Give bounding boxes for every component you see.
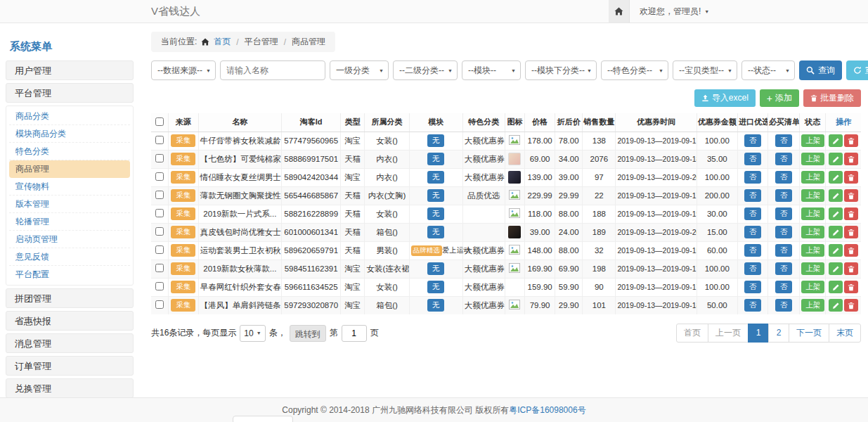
delete-button[interactable] xyxy=(844,207,858,220)
edit-button[interactable] xyxy=(829,281,843,293)
home-button[interactable] xyxy=(609,0,630,23)
delete-button[interactable] xyxy=(844,262,858,275)
filter-select[interactable]: --二级分类--▼ xyxy=(393,60,458,80)
row-checkbox[interactable] xyxy=(155,282,164,290)
status-badge[interactable]: 上架 xyxy=(801,226,824,238)
sidebar-section[interactable]: 用户管理 xyxy=(6,60,134,80)
import-select-flag[interactable]: 否 xyxy=(744,299,762,312)
row-checkbox[interactable] xyxy=(155,136,164,144)
status-badge[interactable]: 上架 xyxy=(801,207,824,220)
module-none-badge[interactable]: 无 xyxy=(427,207,445,220)
import-select-flag[interactable]: 否 xyxy=(744,244,762,257)
must-buy-flag[interactable]: 否 xyxy=(775,189,793,202)
row-checkbox[interactable] xyxy=(155,264,164,272)
edit-button[interactable] xyxy=(829,299,843,312)
page-number-input[interactable] xyxy=(342,325,367,342)
status-badge[interactable]: 上架 xyxy=(801,134,824,147)
row-checkbox[interactable] xyxy=(155,245,164,254)
filter-select[interactable]: --特色分类--▼ xyxy=(601,60,668,80)
filter-select[interactable]: --数据来源--▼ xyxy=(151,60,216,80)
must-buy-flag[interactable]: 否 xyxy=(775,262,793,275)
import-select-flag[interactable]: 否 xyxy=(744,226,762,238)
filter-select[interactable]: --状态--▼ xyxy=(741,60,795,80)
sidebar-section[interactable]: 兑换管理 xyxy=(6,378,134,398)
edit-button[interactable] xyxy=(829,189,843,202)
import-select-flag[interactable]: 否 xyxy=(744,134,762,147)
breadcrumb-home-link[interactable]: 首页 xyxy=(214,36,231,48)
row-checkbox[interactable] xyxy=(155,227,164,236)
status-badge[interactable]: 上架 xyxy=(801,171,824,184)
sidebar-section[interactable]: 平台管理 xyxy=(6,83,134,103)
add-button[interactable]: + 添加 xyxy=(760,89,799,107)
delete-button[interactable] xyxy=(844,189,858,202)
import-excel-button[interactable]: 导入excel xyxy=(694,89,756,107)
select-all-checkbox[interactable] xyxy=(155,117,164,126)
pager-item[interactable]: 2 xyxy=(768,324,789,343)
filter-select[interactable]: --模块--▼ xyxy=(462,60,521,80)
jump-button[interactable]: 跳转到 xyxy=(290,325,326,342)
must-buy-flag[interactable]: 否 xyxy=(775,281,793,293)
pager-item[interactable]: 下一页 xyxy=(789,324,829,343)
sidebar-item[interactable]: 意见反馈 xyxy=(9,248,130,266)
delete-button[interactable] xyxy=(844,134,858,147)
module-none-badge[interactable]: 无 xyxy=(427,153,445,165)
module-none-badge[interactable]: 无 xyxy=(427,171,445,184)
import-select-flag[interactable]: 否 xyxy=(744,171,762,184)
sidebar-item[interactable]: 平台配置 xyxy=(9,266,130,283)
status-badge[interactable]: 上架 xyxy=(801,262,824,275)
query-button[interactable]: 查询 xyxy=(799,60,842,80)
row-checkbox[interactable] xyxy=(155,191,164,199)
delete-button[interactable] xyxy=(844,281,858,293)
delete-button[interactable] xyxy=(844,153,858,165)
delete-button[interactable] xyxy=(844,171,858,184)
status-badge[interactable]: 上架 xyxy=(801,189,824,202)
module-none-badge[interactable]: 无 xyxy=(427,281,445,293)
edit-button[interactable] xyxy=(829,171,843,184)
filter-select[interactable]: --宝贝类型--▼ xyxy=(673,60,737,80)
sidebar-item[interactable]: 模块商品分类 xyxy=(9,125,130,143)
delete-button[interactable] xyxy=(844,226,858,238)
module-none-badge[interactable]: 无 xyxy=(427,134,445,147)
sidebar-item[interactable]: 轮播管理 xyxy=(9,213,130,231)
edit-button[interactable] xyxy=(829,262,843,275)
import-select-flag[interactable]: 否 xyxy=(744,189,762,202)
pager-item[interactable]: 末页 xyxy=(829,324,861,343)
filter-select[interactable]: --模块下分类--▼ xyxy=(525,60,597,80)
status-badge[interactable]: 上架 xyxy=(801,244,824,257)
module-none-badge[interactable]: 无 xyxy=(427,226,445,238)
import-select-flag[interactable]: 否 xyxy=(744,207,762,220)
sidebar-item[interactable]: 特色分类 xyxy=(9,143,130,160)
row-checkbox[interactable] xyxy=(155,209,164,217)
sidebar-section[interactable]: 消息管理 xyxy=(6,333,134,353)
row-checkbox[interactable] xyxy=(155,154,164,162)
sidebar-section[interactable]: 拼团管理 xyxy=(6,288,134,308)
row-checkbox[interactable] xyxy=(155,172,164,181)
pager-item[interactable]: 首页 xyxy=(676,324,708,343)
sidebar-section[interactable]: 省惠快报 xyxy=(6,311,134,331)
sidebar-item[interactable]: 商品管理 xyxy=(9,160,130,178)
must-buy-flag[interactable]: 否 xyxy=(775,299,793,312)
sidebar-item[interactable]: 启动页管理 xyxy=(9,231,130,248)
edit-button[interactable] xyxy=(829,153,843,165)
module-none-badge[interactable]: 无 xyxy=(427,262,445,275)
status-badge[interactable]: 上架 xyxy=(801,153,824,165)
must-buy-flag[interactable]: 否 xyxy=(775,244,793,257)
edit-button[interactable] xyxy=(829,226,843,238)
delete-button[interactable] xyxy=(844,299,858,312)
pager-item[interactable]: 上一页 xyxy=(708,324,749,343)
user-menu[interactable]: 欢迎您，管理员! ▼ xyxy=(640,6,709,18)
reset-button[interactable]: 重置 xyxy=(846,60,868,80)
edit-button[interactable] xyxy=(829,134,843,147)
must-buy-flag[interactable]: 否 xyxy=(775,207,793,220)
sidebar-section[interactable]: 订单管理 xyxy=(6,356,134,376)
sidebar-item[interactable]: 宣传物料 xyxy=(9,178,130,196)
status-badge[interactable]: 上架 xyxy=(801,281,824,293)
module-none-badge[interactable]: 无 xyxy=(427,189,445,202)
must-buy-flag[interactable]: 否 xyxy=(775,153,793,165)
must-buy-flag[interactable]: 否 xyxy=(775,226,793,238)
pager-item[interactable]: 1 xyxy=(748,324,769,343)
icp-link[interactable]: 粤ICP备16098006号 xyxy=(509,404,585,416)
sidebar-item[interactable]: 商品分类 xyxy=(9,108,130,125)
per-page-select[interactable]: 10 ▼ xyxy=(240,325,265,342)
import-select-flag[interactable]: 否 xyxy=(744,262,762,275)
